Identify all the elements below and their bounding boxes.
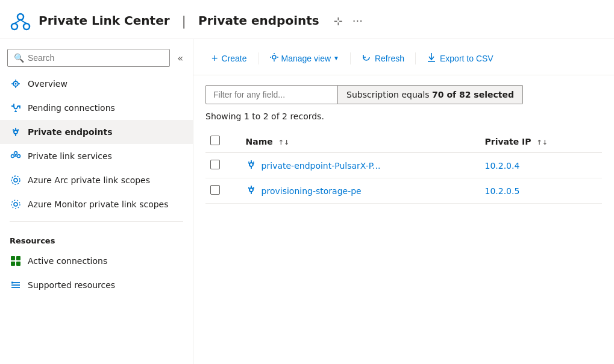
sidebar-item-active-connections[interactable]: Active connections bbox=[0, 249, 193, 273]
endpoint-icon-1 bbox=[246, 159, 257, 172]
app-header: Private Link Center | Private endpoints … bbox=[0, 0, 614, 39]
resources-section-header: Resources bbox=[0, 227, 193, 249]
private-ip-column-header[interactable]: Private IP ↑↓ bbox=[480, 131, 603, 152]
sidebar-item-label: Private link services bbox=[28, 151, 112, 161]
azure-arc-icon bbox=[10, 174, 22, 186]
name-sort-icon: ↑↓ bbox=[278, 139, 289, 146]
refresh-label: Refresh bbox=[375, 54, 404, 63]
sidebar-item-azure-monitor[interactable]: Azure Monitor private link scopes bbox=[0, 192, 193, 216]
records-count: Showing 1 to 2 of 2 records. bbox=[205, 111, 602, 121]
manage-view-icon bbox=[269, 52, 279, 64]
create-icon: + bbox=[211, 53, 218, 64]
row-2-name-link[interactable]: provisioning-storage-pe bbox=[262, 186, 362, 196]
private-ip-sort-icon: ↑↓ bbox=[536, 139, 547, 146]
name-column-header[interactable]: Name ↑↓ bbox=[241, 131, 480, 152]
search-box[interactable]: 🔍 bbox=[7, 49, 170, 67]
subscription-count: 70 of 82 selected bbox=[432, 90, 514, 99]
filter-input[interactable] bbox=[205, 85, 338, 104]
sidebar-item-label: Azure Monitor private link scopes bbox=[28, 199, 169, 209]
svg-point-21 bbox=[14, 178, 17, 182]
subscription-badge: Subscription equals 70 of 82 selected bbox=[338, 85, 523, 104]
sidebar-item-private-link-services[interactable]: Private link services bbox=[0, 144, 193, 168]
endpoint-icon-2 bbox=[246, 184, 257, 197]
toolbar-divider-2 bbox=[350, 52, 351, 64]
filter-row: Subscription equals 70 of 82 selected bbox=[205, 85, 602, 104]
more-options-icon[interactable]: ··· bbox=[352, 14, 363, 27]
svg-rect-25 bbox=[11, 256, 15, 260]
refresh-button[interactable]: Refresh bbox=[356, 49, 410, 67]
search-icon: 🔍 bbox=[14, 53, 24, 63]
sidebar-item-supported-resources[interactable]: Supported resources bbox=[0, 273, 193, 297]
select-all-checkbox-header[interactable] bbox=[205, 131, 241, 152]
create-button[interactable]: + Create bbox=[205, 49, 253, 67]
sidebar-item-pending-connections[interactable]: Pending connections bbox=[0, 96, 193, 120]
search-input[interactable] bbox=[28, 53, 163, 63]
svg-rect-27 bbox=[11, 262, 15, 266]
refresh-icon bbox=[362, 52, 371, 64]
sidebar-divider bbox=[10, 221, 183, 222]
sidebar: 🔍 « Overview bbox=[0, 39, 193, 364]
app-logo bbox=[10, 10, 31, 31]
sidebar-item-overview[interactable]: Overview bbox=[0, 72, 193, 96]
svg-rect-28 bbox=[16, 262, 20, 266]
svg-point-17 bbox=[17, 155, 20, 158]
sidebar-item-private-endpoints[interactable]: Private endpoints bbox=[0, 120, 193, 144]
svg-point-22 bbox=[11, 176, 20, 184]
row-2-ip-cell: 10.2.0.5 bbox=[480, 178, 603, 204]
svg-point-6 bbox=[15, 83, 17, 85]
sidebar-search-row: 🔍 « bbox=[0, 44, 193, 72]
svg-point-23 bbox=[14, 202, 17, 206]
svg-point-33 bbox=[272, 55, 276, 59]
row-2-checkbox-cell[interactable] bbox=[205, 178, 241, 204]
manage-view-label: Manage view bbox=[281, 54, 331, 63]
table-row: provisioning-storage-pe 10.2.0.5 bbox=[205, 178, 602, 204]
private-link-services-icon bbox=[10, 150, 22, 162]
endpoints-table: Name ↑↓ Private IP ↑↓ bbox=[205, 131, 602, 204]
page-title: Private endpoints bbox=[198, 13, 319, 28]
svg-point-18 bbox=[14, 152, 17, 155]
row-2-name-cell: provisioning-storage-pe bbox=[241, 178, 480, 204]
row-2-checkbox[interactable] bbox=[210, 185, 220, 195]
export-label: Export to CSV bbox=[440, 54, 493, 63]
subscription-text: Subscription equals bbox=[346, 90, 432, 99]
main-content: + Create Manage view ▼ Refresh bbox=[193, 39, 614, 364]
sidebar-item-label: Supported resources bbox=[28, 280, 115, 290]
svg-point-0 bbox=[17, 14, 23, 20]
name-header-label: Name bbox=[246, 137, 273, 146]
select-all-checkbox[interactable] bbox=[210, 136, 220, 145]
svg-rect-32 bbox=[11, 282, 13, 284]
app-name: Private Link Center bbox=[39, 13, 170, 28]
svg-point-16 bbox=[11, 155, 14, 158]
row-1-checkbox[interactable] bbox=[210, 160, 220, 169]
azure-monitor-icon bbox=[10, 198, 22, 210]
row-1-name-link[interactable]: private-endpoint-PulsarX-P... bbox=[262, 161, 381, 171]
svg-rect-26 bbox=[16, 256, 20, 260]
manage-view-button[interactable]: Manage view ▼ bbox=[263, 49, 345, 67]
sidebar-item-label: Pending connections bbox=[28, 103, 115, 113]
active-connections-icon bbox=[10, 255, 22, 267]
sidebar-item-label: Overview bbox=[28, 79, 67, 89]
supported-resources-icon bbox=[10, 279, 22, 291]
row-1-ip-cell: 10.2.0.4 bbox=[480, 152, 603, 178]
sidebar-item-label: Private endpoints bbox=[28, 127, 113, 137]
sidebar-item-label: Azure Arc private link scopes bbox=[28, 175, 150, 185]
private-ip-header-label: Private IP bbox=[485, 137, 531, 146]
svg-point-2 bbox=[23, 24, 30, 30]
content-area: Subscription equals 70 of 82 selected Sh… bbox=[193, 75, 614, 213]
export-csv-button[interactable]: Export to CSV bbox=[421, 49, 500, 67]
sidebar-item-label: Active connections bbox=[28, 256, 107, 266]
collapse-sidebar-button[interactable]: « bbox=[175, 50, 186, 66]
pin-icon[interactable]: ⊹ bbox=[334, 14, 343, 27]
svg-line-3 bbox=[14, 20, 20, 24]
row-1-name-cell: private-endpoint-PulsarX-P... bbox=[241, 152, 480, 178]
svg-point-1 bbox=[11, 24, 17, 30]
row-1-checkbox-cell[interactable] bbox=[205, 152, 241, 178]
export-icon bbox=[427, 52, 436, 64]
toolbar-divider-3 bbox=[415, 52, 416, 64]
sidebar-item-azure-arc[interactable]: Azure Arc private link scopes bbox=[0, 168, 193, 192]
svg-point-24 bbox=[11, 200, 20, 209]
table-header-row: Name ↑↓ Private IP ↑↓ bbox=[205, 131, 602, 152]
title-divider: | bbox=[182, 13, 186, 28]
private-endpoints-icon bbox=[10, 126, 22, 138]
table-row: private-endpoint-PulsarX-P... 10.2.0.4 bbox=[205, 152, 602, 178]
